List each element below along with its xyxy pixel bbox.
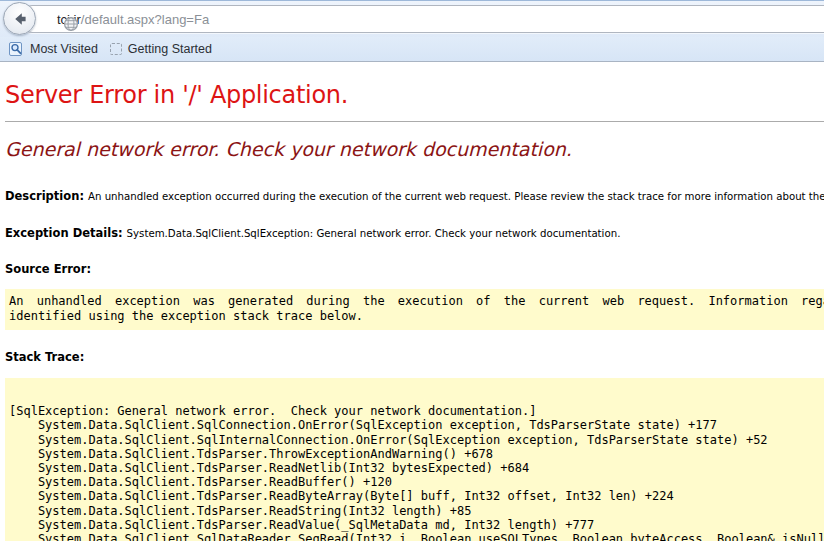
source-error-line: identified using the exception stack tra… [9,309,824,324]
stack-trace-text: [SqlException: General network error. Ch… [9,390,824,541]
back-arrow-icon [11,10,29,28]
stack-trace-box: [SqlException: General network error. Ch… [5,378,824,541]
bookmark-label: Most Visited [30,42,98,56]
stack-trace-row: Stack Trace: [5,346,824,365]
most-visited-smart-folder-icon [8,41,24,57]
missing-favicon-icon [110,43,122,55]
globe-favicon-icon [63,16,79,32]
title-divider [5,121,824,122]
exception-details-label: Exception Details: [5,226,127,240]
bookmark-getting-started[interactable]: Getting Started [106,40,220,58]
browser-chrome: tci.ir/default.aspx?lang=Fa Most Visited [0,0,824,62]
error-page: Server Error in '/' Application. General… [0,80,824,541]
bookmarks-bar: Most Visited Getting Started [0,37,824,62]
stack-trace-label: Stack Trace: [5,350,84,364]
source-error-line: An unhandled exception was generated dur… [9,294,824,309]
exception-details-row: Exception Details: System.Data.SqlClient… [5,222,824,241]
description-label: Description: [5,189,88,203]
back-button[interactable] [3,2,36,35]
source-error-label: Source Error: [5,262,91,276]
source-error-row: Source Error: [5,258,824,277]
navigation-toolbar: tci.ir/default.aspx?lang=Fa [0,1,824,37]
description-text: An unhandled exception occurred during t… [88,191,824,202]
description-row: Description: An unhandled exception occu… [5,185,824,204]
page-title: Server Error in '/' Application. [5,80,824,110]
exception-details-text: System.Data.SqlClient.SqlException: Gene… [127,228,621,239]
bookmark-label: Getting Started [128,42,212,56]
url-path: /default.aspx?lang=Fa [81,12,209,27]
page-subtitle: General network error. Check your networ… [5,137,824,161]
bookmark-most-visited[interactable]: Most Visited [4,39,106,59]
url-bar[interactable]: tci.ir/default.aspx?lang=Fa [18,5,824,33]
source-error-box: An unhandled exception was generated dur… [5,289,824,330]
